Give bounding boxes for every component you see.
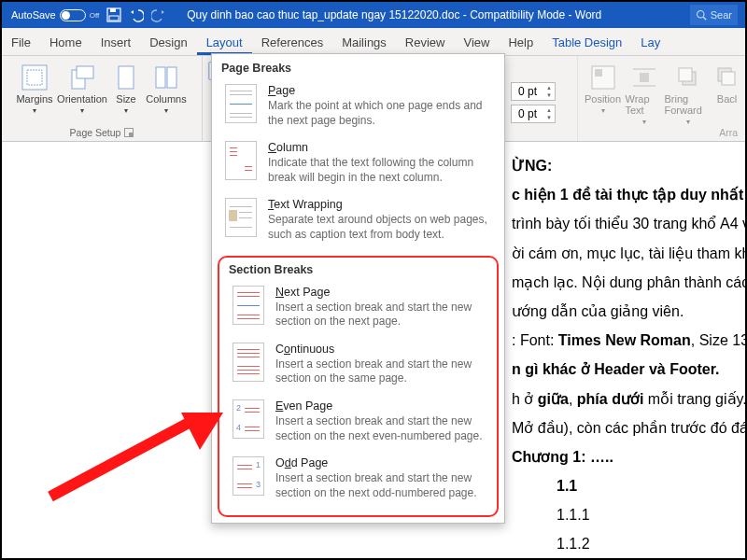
stepper-arrows-icon[interactable]: ▲▼ [543, 106, 555, 121]
svg-rect-16 [640, 73, 649, 82]
doc-line: 1.1.1 [512, 500, 740, 529]
bring-forward-icon [674, 63, 702, 91]
bring-forward-button[interactable]: Bring Forward▾ [665, 60, 712, 126]
wrap-text-button[interactable]: Wrap Text▾ [626, 60, 663, 126]
margins-button[interactable]: Margins▾ [15, 60, 54, 115]
page-break-icon [225, 84, 257, 123]
doc-line: : Font: Times New Roman, Size 13, [512, 326, 740, 355]
break-page[interactable]: Page Mark the point at which one page en… [212, 80, 504, 137]
next-page-break-icon [233, 286, 264, 325]
wrap-text-icon [630, 63, 658, 91]
tab-layout[interactable]: Layout [197, 30, 252, 55]
svg-rect-20 [679, 68, 692, 81]
doc-line: trình bày tối thiểu 30 trang khổ A4 và [512, 209, 740, 238]
svg-marker-24 [181, 413, 223, 450]
tab-home[interactable]: Home [40, 30, 92, 55]
annotation-arrow-icon [41, 394, 228, 506]
svg-rect-22 [722, 72, 735, 85]
toggle-off-icon [60, 9, 86, 21]
break-odd-page[interactable]: 1 3 Odd Page Insert a section break and … [219, 453, 497, 510]
stepper-arrows-icon[interactable]: ▲▼ [543, 84, 555, 99]
search-placeholder: Sear [711, 9, 732, 21]
break-even-page[interactable]: 2 4 Even Page Insert a section break and… [219, 396, 497, 453]
group-page-setup: Page Setup [70, 127, 134, 139]
section-breaks-heading: Section Breaks [219, 258, 497, 282]
save-icon[interactable] [106, 7, 121, 22]
svg-rect-2 [109, 16, 119, 21]
doc-line: ướng dẫn của giảng viên. [512, 297, 740, 326]
svg-rect-1 [110, 8, 116, 12]
position-icon [589, 63, 617, 91]
spacing-after-input[interactable]: ▲▼ [511, 105, 556, 123]
search-box[interactable]: Sear [690, 5, 738, 25]
page-breaks-heading: Page Breaks [212, 54, 504, 80]
columns-icon [152, 63, 180, 91]
undo-icon[interactable] [129, 7, 144, 22]
breaks-dropdown: Page Breaks Page Mark the point at which… [211, 53, 505, 524]
margins-icon [21, 63, 49, 91]
svg-rect-11 [167, 67, 176, 88]
group-arrange: Arra [719, 127, 740, 139]
svg-line-4 [703, 17, 706, 20]
tab-view[interactable]: View [454, 30, 499, 55]
doc-line: mạch lạc. Nội dung phân thành các ch [512, 268, 740, 297]
send-backward-button[interactable]: Bacl [713, 60, 741, 126]
break-column[interactable]: Column Indicate that the text following … [212, 137, 504, 194]
doc-line: n gì khác ở Header và Footer. [512, 355, 740, 384]
tab-help[interactable]: Help [499, 30, 543, 55]
page-setup-launcher-icon[interactable] [124, 128, 134, 137]
autosave-toggle[interactable]: AutoSave Off [11, 9, 99, 21]
autosave-state: Off [90, 11, 100, 20]
doc-line: 1.1 [512, 471, 740, 500]
continuous-break-icon [233, 343, 264, 382]
break-continuous[interactable]: Continuous Insert a section break and st… [219, 339, 497, 396]
svg-rect-15 [595, 69, 602, 77]
odd-page-break-icon: 1 3 [233, 456, 264, 496]
section-breaks-highlight: Section Breaks Next Page Insert a sectio… [218, 256, 499, 518]
svg-point-3 [697, 11, 704, 19]
svg-rect-8 [77, 66, 93, 78]
tab-file[interactable]: File [2, 30, 40, 55]
position-button[interactable]: Position▾ [583, 60, 624, 126]
break-next-page[interactable]: Next Page Insert a section break and sta… [219, 282, 497, 339]
tab-insert[interactable]: Insert [92, 30, 141, 55]
doc-line: Mở đầu), còn các phần trước đó đánh s [512, 413, 740, 442]
column-break-icon [225, 141, 257, 180]
svg-rect-9 [119, 66, 134, 89]
tab-design[interactable]: Design [140, 30, 196, 55]
even-page-break-icon: 2 4 [233, 399, 264, 439]
title-bar: AutoSave Off Quy dinh bao cao thuc tap_u… [2, 2, 745, 28]
columns-button[interactable]: Columns▾ [144, 60, 189, 115]
size-icon [112, 63, 140, 91]
document-title: Quy dinh bao cao thuc tap_update ngay 15… [187, 8, 601, 21]
orientation-icon [68, 63, 96, 91]
size-button[interactable]: Size▾ [110, 60, 142, 115]
tab-table-design[interactable]: Table Design [543, 30, 631, 55]
tab-mailings[interactable]: Mailings [332, 30, 396, 55]
spacing-before-input[interactable]: ▲▼ [511, 82, 556, 101]
doc-line: Chương 1: ….. [512, 442, 740, 471]
doc-line: ời cám ơn, mục lục, tài liệu tham khả [512, 239, 740, 268]
autosave-label: AutoSave [11, 9, 56, 21]
tab-references[interactable]: References [252, 30, 332, 55]
doc-line: c hiện 1 đề tài thực tập duy nhất [512, 180, 740, 209]
doc-line: h ở giữa, phía dưới mỗi trang giấy. [512, 385, 740, 413]
redo-icon[interactable] [151, 7, 166, 22]
search-icon [696, 9, 707, 21]
ribbon-tabs: File Home Insert Design Layout Reference… [2, 28, 745, 56]
orientation-button[interactable]: Orientation▾ [56, 60, 108, 115]
break-text-wrapping[interactable]: Text Wrapping Separate text around objec… [212, 194, 504, 251]
doc-line: 1.1.2 [512, 529, 740, 558]
svg-rect-10 [156, 67, 165, 88]
svg-rect-5 [22, 65, 47, 90]
svg-line-23 [50, 422, 190, 497]
send-backward-icon [713, 63, 741, 91]
document-body[interactable]: ỪNG: c hiện 1 đề tài thực tập duy nhất t… [506, 142, 745, 558]
text-wrap-break-icon [225, 198, 257, 237]
tab-review[interactable]: Review [396, 30, 455, 55]
doc-line: ỪNG: [512, 151, 740, 180]
tab-table-layout[interactable]: Lay [631, 30, 669, 55]
